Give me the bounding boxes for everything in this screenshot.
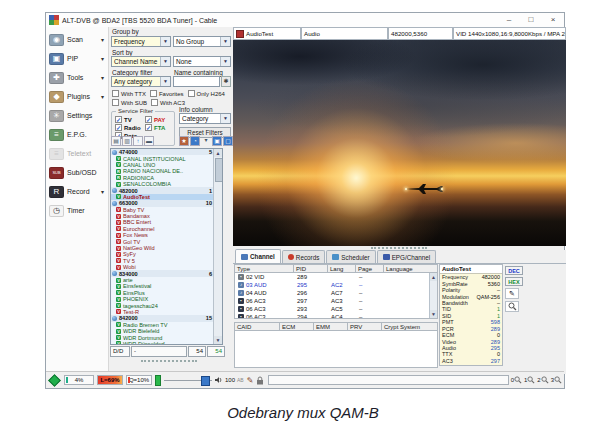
expand-all-icon[interactable]: ▣ <box>212 136 222 146</box>
search-button[interactable]: ✱ <box>221 76 231 87</box>
channel-row-wdr-d-sseldorf[interactable]: VWDR Düsseldorf <box>111 341 222 345</box>
details-view-icon[interactable]: ▥ <box>122 136 132 146</box>
scroll-down-icon[interactable]: ▼ <box>214 336 222 344</box>
pid-header-type[interactable]: Type <box>234 264 294 273</box>
sort-by-select[interactable]: Channel Name▼ <box>111 56 171 67</box>
chevron-down-icon[interactable]: ▼ <box>220 114 230 123</box>
checkbox-fta[interactable]: ✓FTA <box>145 124 173 131</box>
video-preview[interactable] <box>233 40 566 246</box>
pid-header-lang[interactable]: Lang <box>328 264 356 273</box>
minimize-button[interactable]: – <box>498 13 520 27</box>
refresh-icon[interactable]: ◔ <box>190 136 200 146</box>
move-up-icon[interactable]: ↑ <box>133 136 143 146</box>
zoom-preset-0-button[interactable]: 0 <box>511 376 522 384</box>
chevron-down-icon[interactable]: ▼ <box>220 37 230 46</box>
chevron-down-icon[interactable]: ▼ <box>220 57 230 66</box>
toolbar-button-settings[interactable]: ✳Settings <box>46 106 108 125</box>
toolbar-button-tools[interactable]: ✚Tools▾ <box>46 68 108 87</box>
info-column-select[interactable]: Category▼ <box>179 113 231 124</box>
info-label: Polarity <box>442 287 460 293</box>
pid-row-293[interactable]: ▪06 AC3293AC5– <box>235 305 437 313</box>
maximize-button[interactable]: □ <box>520 13 542 27</box>
caid-header-ecm[interactable]: ECM <box>280 322 314 331</box>
pid-header-language[interactable]: Language <box>384 264 438 273</box>
pid-row-296[interactable]: ♪04 AUD296AC7– <box>235 289 437 297</box>
toolbar-button-e-p-g[interactable]: ≡E.P.G. <box>46 125 108 144</box>
chevron-down-icon[interactable]: ▾ <box>201 136 211 146</box>
toolbar-button-record[interactable]: RRecord▾ <box>46 182 108 201</box>
name-containing-input[interactable] <box>173 76 220 87</box>
group-by-secondary-select[interactable]: No Group▼ <box>173 36 231 47</box>
chevron-down-icon[interactable]: ▼ <box>160 77 170 86</box>
scroll-up-icon[interactable]: ▲ <box>430 273 437 281</box>
channel-list-scrollbar[interactable]: ▲ ▼ <box>213 149 222 344</box>
chevron-down-icon[interactable]: ▼ <box>160 57 170 66</box>
channel-name: BBC Entert <box>123 219 151 225</box>
pid-row-294[interactable]: ▪06 AC3294AC4– <box>235 313 437 319</box>
checkbox-with-ttx[interactable]: With TTX <box>112 90 146 97</box>
caid-header-crypt-system[interactable]: Crypt System <box>382 322 438 331</box>
scroll-down-icon[interactable]: ▼ <box>430 310 437 318</box>
toolbar-button-plugins[interactable]: ◆Plugins▾ <box>46 87 108 106</box>
splitter-handle[interactable] <box>141 360 197 362</box>
chevron-down-icon[interactable]: ▼ <box>160 37 170 46</box>
scrollbar-thumb[interactable] <box>215 158 223 182</box>
toolbar-button-timer[interactable]: ◷Timer <box>46 201 108 220</box>
tab-channel[interactable]: Channel <box>235 249 281 263</box>
chevron-down-icon[interactable]: ▾ <box>101 55 104 62</box>
title-bar[interactable]: ALT-DVB @ BDA2 [TBS 5520 BDA Tuner] - Ca… <box>46 13 564 28</box>
close-button[interactable]: × <box>542 13 564 27</box>
pid-table-scrollbar[interactable]: ▲ ▼ <box>429 273 437 318</box>
pid-header-pid[interactable]: PID <box>294 264 328 273</box>
group-by-select[interactable]: Frequency▼ <box>111 36 171 47</box>
toolbar-button-pip[interactable]: ▣PIP▾ <box>46 49 108 68</box>
tab-scheduler[interactable]: Scheduler <box>326 250 375 263</box>
sort-by-secondary-select[interactable]: None▼ <box>173 56 231 67</box>
pid-row-297[interactable]: ▪06 AC3297AC3– <box>235 297 437 305</box>
chevron-down-icon[interactable]: ▾ <box>101 93 104 100</box>
checkbox-pay[interactable]: ✓PAY <box>145 116 173 123</box>
checkbox-favorites[interactable]: Favorites <box>150 90 184 97</box>
pid-row-295[interactable]: ♪03 AUD295AC2– <box>235 281 437 289</box>
toolbar-button-teletext[interactable]: ≡Teletext <box>46 144 108 163</box>
caid-header-prv[interactable]: PRV <box>348 322 382 331</box>
checkbox-tv[interactable]: ✓TV <box>115 116 145 123</box>
channel-name: NatGeo Wild <box>123 245 155 251</box>
checkbox-with-ac3[interactable]: With AC3 <box>151 99 185 106</box>
volume-slider-handle[interactable] <box>201 376 210 386</box>
tab-records[interactable]: Records <box>282 250 325 263</box>
chevron-down-icon[interactable]: ▾ <box>101 188 104 195</box>
toolbar-button-sub-osd[interactable]: SUBSub/OSD <box>46 163 108 182</box>
speaker-icon[interactable] <box>215 376 223 384</box>
osd-brush-icon[interactable]: ✎ <box>247 376 254 385</box>
volume-slider[interactable] <box>164 375 212 385</box>
caid-header-caid[interactable]: CAID <box>234 322 280 331</box>
collapse-icon[interactable]: ▬ <box>144 136 154 146</box>
splitter-handle[interactable] <box>371 247 427 249</box>
dec-button[interactable]: DEC <box>505 266 523 275</box>
chevron-down-icon[interactable]: ▾ <box>101 74 104 81</box>
list-view-icon[interactable]: ▤ <box>111 136 121 146</box>
category-filter-select[interactable]: Any category▼ <box>111 76 171 87</box>
magnifier-icon[interactable] <box>505 301 519 312</box>
tab-epg-channel[interactable]: EPG/Channel <box>377 250 437 263</box>
pid-type-cell: ♪03 AUD <box>235 282 295 288</box>
checkbox-radio[interactable]: ✓Radio <box>115 124 145 131</box>
pid-row-289[interactable]: ▪02 VID289– <box>235 273 437 281</box>
lock-icon[interactable] <box>256 376 264 385</box>
favorites-icon[interactable]: ★ <box>179 136 189 146</box>
scroll-up-icon[interactable]: ▲ <box>214 149 222 157</box>
zoom-preset-1-button[interactable]: 1 <box>524 376 535 384</box>
collapse-all-icon[interactable]: ▢ <box>223 136 233 146</box>
checkbox-only-h264[interactable]: Only H264 <box>188 90 225 97</box>
zoom-preset-3-button[interactable]: 3 <box>551 376 562 384</box>
chevron-down-icon[interactable]: ▾ <box>101 36 104 43</box>
zoom-preset-2-button[interactable]: 2 <box>537 376 548 384</box>
edit-pencil-icon[interactable]: ✎ <box>505 288 519 299</box>
checkbox-with-sub[interactable]: With SUB <box>112 99 147 106</box>
pid-header-page[interactable]: Page <box>356 264 384 273</box>
hex-button[interactable]: HEX <box>505 277 523 286</box>
toolbar-button-scan[interactable]: ◉Scan▾ <box>46 30 108 49</box>
fta-channel-icon: V <box>116 162 121 167</box>
caid-header-emm[interactable]: EMM <box>314 322 348 331</box>
